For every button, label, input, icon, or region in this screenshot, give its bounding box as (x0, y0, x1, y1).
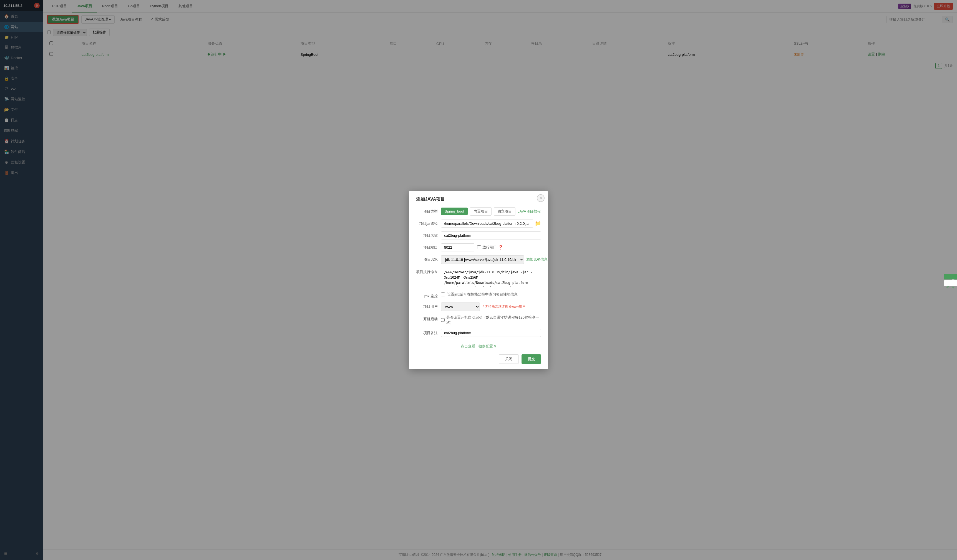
jdk-label: 项目JDK (416, 255, 441, 262)
jmx-container: 设置jmx后可在性能监控中查询项目性能信息 (441, 292, 541, 297)
jmx-checkbox[interactable] (441, 292, 445, 297)
name-label: 项目名称 (416, 232, 441, 238)
modal-close-btn[interactable]: 关闭 (499, 354, 519, 364)
open-port-label[interactable]: 放行端口 ❓ (477, 245, 503, 250)
port-label: 项目端口 (416, 243, 441, 250)
cmd-textarea[interactable] (441, 268, 541, 287)
jdk-input-container: jdk-11.0.19 [/www/server/java/jdk-11.0.1… (441, 255, 548, 264)
jar-label: 项目jar路径 (416, 219, 441, 226)
modal-title: 添加JAVA项目 (416, 196, 541, 202)
modal-footer: 关闭 提交 (416, 350, 541, 364)
modal-close-button[interactable]: × (537, 194, 545, 202)
cmd-label: 项目执行命令 (416, 268, 441, 274)
add-jdk-link[interactable]: 添加JDK信息 (526, 257, 548, 262)
jar-input-container: 📁 (441, 219, 541, 227)
type-tabs-container: Spring_boot内置项目独立项目JAVA项目教程 (441, 207, 541, 216)
review-button[interactable]: 评价 (944, 280, 957, 286)
type-label: 项目类型 (416, 207, 441, 214)
close-icon: × (539, 196, 542, 200)
port-input-container: 放行端口 ❓ (441, 243, 541, 251)
open-port-checkbox[interactable] (477, 245, 481, 249)
user-label: 项目用户 (416, 303, 441, 309)
boot-container: 是否设置开机自动启动（默认自带守护进程每120秒检测一次） (441, 315, 541, 325)
modal-overlay[interactable]: × 添加JAVA项目 项目类型 Spring_boot内置项目独立项目JAVA项… (0, 0, 957, 560)
form-row-type: 项目类型 Spring_boot内置项目独立项目JAVA项目教程 (416, 207, 541, 216)
boot-label: 开机启动 (416, 315, 441, 322)
type-tab-standalone[interactable]: 独立项目 (494, 207, 515, 216)
open-port-text: 放行端口 (482, 245, 497, 250)
form-row-note: 项目备注 (416, 329, 541, 337)
help-icon[interactable]: ❓ (498, 245, 503, 249)
form-row-cmd: 项目执行命令 (416, 268, 541, 288)
note-input[interactable] (441, 329, 541, 337)
add-java-modal: × 添加JAVA项目 项目类型 Spring_boot内置项目独立项目JAVA项… (409, 191, 548, 369)
form-row-jmx: jmx 监控 设置jmx后可在性能监控中查询项目性能信息 (416, 292, 541, 298)
name-input-container (441, 232, 541, 240)
more-config-links: 点击查看 很多配置 ∨ (461, 344, 497, 349)
form-row-boot: 开机启动 是否设置开机自动启动（默认自带守护进程每120秒检测一次） (416, 315, 541, 325)
boot-checkbox[interactable] (441, 318, 445, 322)
port-input[interactable] (441, 243, 474, 251)
form-row-jdk: 项目JDK jdk-11.0.19 [/www/server/java/jdk-… (416, 255, 541, 264)
more-config-link[interactable]: 很多配置 ∨ (478, 344, 497, 349)
form-row-user: 项目用户 www * 无特殊需求请选择www用户 (416, 303, 541, 311)
user-hint: * 无特殊需求请选择www用户 (483, 304, 526, 309)
form-row-name: 项目名称 (416, 232, 541, 240)
type-tab-builtin[interactable]: 内置项目 (470, 207, 491, 216)
more-config-section: 点击查看 很多配置 ∨ (416, 341, 541, 350)
folder-icon[interactable]: 📁 (535, 220, 541, 226)
right-float-buttons: 客服 评价 (944, 274, 957, 286)
view-more-link[interactable]: 点击查看 (461, 344, 475, 349)
jdk-select[interactable]: jdk-11.0.19 [/www/server/java/jdk-11.0.1… (441, 255, 524, 264)
boot-checkbox-label: 是否设置开机自动启动（默认自带守护进程每120秒检测一次） (446, 315, 541, 325)
customer-service-button[interactable]: 客服 (944, 274, 957, 279)
project-name-input[interactable] (441, 232, 541, 240)
jar-path-input[interactable] (441, 219, 533, 227)
modal-submit-btn[interactable]: 提交 (521, 354, 541, 364)
user-container: www * 无特殊需求请选择www用户 (441, 303, 541, 311)
user-select[interactable]: www (441, 303, 480, 311)
note-label: 项目备注 (416, 329, 441, 336)
form-row-jar: 项目jar路径 📁 (416, 219, 541, 227)
note-container (441, 329, 541, 337)
type-tab-springboot[interactable]: Spring_boot (441, 208, 467, 215)
java-project-tutorial-link[interactable]: JAVA项目教程 (518, 209, 541, 214)
chevron-down-icon: ∨ (494, 344, 497, 348)
form-row-port: 项目端口 放行端口 ❓ (416, 243, 541, 251)
cmd-input-container (441, 268, 541, 288)
jmx-label: jmx 监控 (416, 292, 441, 298)
jmx-checkbox-label: 设置jmx后可在性能监控中查询项目性能信息 (447, 292, 518, 297)
